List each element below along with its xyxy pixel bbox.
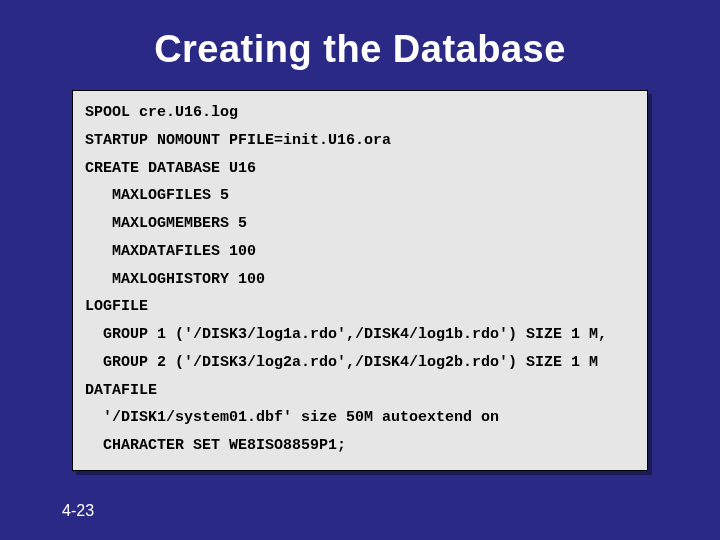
code-line: CHARACTER SET WE8ISO8859P1; xyxy=(85,432,635,460)
code-line: SPOOL cre.U16.log xyxy=(85,99,635,127)
code-line: MAXLOGHISTORY 100 xyxy=(85,266,635,294)
slide-title: Creating the Database xyxy=(0,28,720,71)
code-line: MAXLOGFILES 5 xyxy=(85,182,635,210)
code-block: SPOOL cre.U16.log STARTUP NOMOUNT PFILE=… xyxy=(72,90,648,471)
code-line: DATAFILE xyxy=(85,377,635,405)
code-line: MAXLOGMEMBERS 5 xyxy=(85,210,635,238)
code-line: LOGFILE xyxy=(85,293,635,321)
code-line: MAXDATAFILES 100 xyxy=(85,238,635,266)
code-line: GROUP 1 ('/DISK3/log1a.rdo',/DISK4/log1b… xyxy=(85,321,635,349)
slide: Creating the Database SPOOL cre.U16.log … xyxy=(0,0,720,540)
page-number: 4-23 xyxy=(62,502,94,520)
code-line: STARTUP NOMOUNT PFILE=init.U16.ora xyxy=(85,127,635,155)
code-line: CREATE DATABASE U16 xyxy=(85,155,635,183)
code-line: '/DISK1/system01.dbf' size 50M autoexten… xyxy=(85,404,635,432)
code-line: GROUP 2 ('/DISK3/log2a.rdo',/DISK4/log2b… xyxy=(85,349,635,377)
